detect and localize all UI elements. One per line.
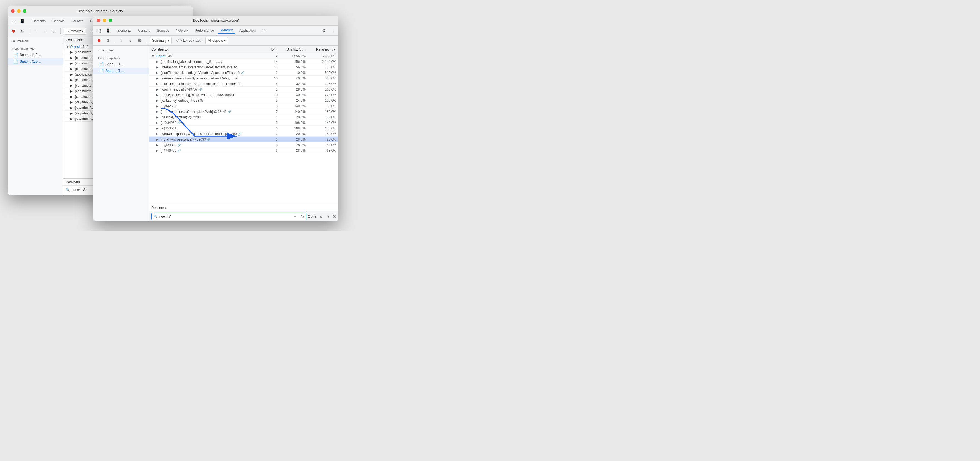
objects-dropdown-2[interactable]: All objects ▾ bbox=[205, 37, 228, 44]
expand-arrow-1[interactable]: ▼ bbox=[66, 45, 69, 49]
inspect-icon[interactable]: ⬚ bbox=[10, 18, 17, 24]
data-row-4: ▶{element, timeToFirstByte, resourceLoad… bbox=[149, 76, 338, 81]
row-c-11: ▶{passive, capture} @62293 bbox=[151, 115, 267, 119]
window-body-2: ⬚ 📱 Elements Console Sources Network Per… bbox=[94, 25, 338, 221]
tab-performance-2[interactable]: Performance bbox=[192, 27, 217, 33]
row-sh-15: 28 0% bbox=[278, 138, 305, 141]
window-controls-1[interactable] bbox=[11, 9, 26, 13]
tab-more-2[interactable]: >> bbox=[259, 27, 269, 33]
data-row-5: ▶{startTime, processingStart, processing… bbox=[149, 81, 338, 87]
device-icon[interactable]: 📱 bbox=[19, 18, 25, 24]
search-prev-btn[interactable]: ∧ bbox=[318, 214, 324, 219]
devtools-icons-left-2: ⬚ 📱 bbox=[96, 27, 111, 34]
search-aa-btn[interactable]: Aa bbox=[301, 215, 304, 218]
tab-console-2[interactable]: Console bbox=[135, 27, 153, 33]
summary-dropdown-1[interactable]: Summary ▾ bbox=[64, 27, 86, 35]
row-di-10: 7 bbox=[267, 110, 278, 114]
row-di-3: 2 bbox=[267, 71, 278, 75]
tab-sources-2[interactable]: Sources bbox=[154, 27, 172, 33]
tab-sources-1[interactable]: Sources bbox=[68, 18, 86, 24]
window-controls-2[interactable] bbox=[97, 19, 112, 22]
tab-network-2[interactable]: Network bbox=[173, 27, 191, 33]
collect-btn-2[interactable]: ⊞ bbox=[136, 37, 143, 44]
tab-elements-1[interactable]: Elements bbox=[29, 18, 48, 24]
clear-btn-1[interactable]: ⊘ bbox=[19, 28, 25, 35]
snapshot-item-1b[interactable]: 📄 Snap… (1.6… bbox=[8, 58, 63, 65]
record-btn-2[interactable]: ⏺ bbox=[96, 37, 102, 44]
row-di-9: 5 bbox=[267, 104, 278, 108]
maximize-button-1[interactable] bbox=[23, 9, 26, 13]
search-close-btn[interactable]: ✕ bbox=[332, 214, 336, 219]
search-input-2[interactable] bbox=[151, 213, 306, 220]
record-btn-1[interactable]: ⏺ bbox=[10, 28, 17, 35]
filter-btn-2[interactable]: ⚇ Filter by class bbox=[174, 37, 203, 44]
tab-console-1[interactable]: Console bbox=[49, 18, 67, 24]
object-count-1: ×140 bbox=[81, 45, 89, 49]
data-row-13: ▶{} @53541 3 108 0% 148 0% bbox=[149, 125, 338, 131]
snapshot-icon-2a: 📄 bbox=[99, 62, 104, 67]
row-di-2: 11 bbox=[267, 65, 278, 69]
more-icon-2[interactable]: ⋮ bbox=[329, 27, 336, 34]
download-btn-1[interactable]: ↓ bbox=[41, 28, 48, 35]
tab-application-2[interactable]: Application bbox=[237, 27, 258, 33]
inspect-icon-2[interactable]: ⬚ bbox=[96, 27, 102, 34]
row-rt-10: 180 0% bbox=[305, 110, 336, 114]
collect-btn-1[interactable]: ⊞ bbox=[50, 28, 57, 35]
snapshot-item-1a[interactable]: 📄 Snap… (1.6… bbox=[8, 51, 63, 58]
row-di-5: 5 bbox=[267, 82, 278, 86]
devtools-icons-right-2: ⚙ ⋮ bbox=[321, 27, 336, 34]
snapshot-item-2a[interactable]: 📄 Snap… (1… bbox=[94, 61, 149, 68]
snapshot-item-2b[interactable]: 📄 Snap… (1… bbox=[94, 68, 149, 74]
maximize-button-2[interactable] bbox=[108, 19, 112, 22]
device-icon-2[interactable]: 📱 bbox=[105, 27, 111, 34]
row-di-17: 3 bbox=[267, 149, 278, 152]
close-button-2[interactable] bbox=[97, 19, 100, 22]
upload-btn-1[interactable]: ↑ bbox=[33, 28, 39, 35]
col-constructor-2: Constructor bbox=[151, 48, 267, 51]
minimize-button-1[interactable] bbox=[17, 9, 21, 13]
snapshot-icon-1b: 📄 bbox=[13, 59, 18, 63]
row-di-11: 4 bbox=[267, 115, 278, 119]
search-clear-btn[interactable]: ✕ bbox=[294, 214, 296, 219]
snapshot-label-2a: Snap… (1… bbox=[105, 62, 124, 66]
data-row-8: ▶{id, latency, entries} @62345 5 24 0% 1… bbox=[149, 98, 338, 103]
devtools-icons-left-1: ⬚ 📱 bbox=[10, 18, 25, 24]
data-row-3: ▶{loadTimes, csi, send, getVariableValue… bbox=[149, 70, 338, 76]
row-c-8: ▶{id, latency, entries} @62345 bbox=[151, 99, 267, 103]
objects-arrow-2: ▾ bbox=[224, 39, 226, 43]
tab-elements-2[interactable]: Elements bbox=[115, 27, 134, 33]
search-next-btn[interactable]: ∨ bbox=[325, 214, 331, 219]
row-rt-3: 512 0% bbox=[305, 71, 336, 75]
row-di-4: 10 bbox=[267, 76, 278, 80]
obj-di: 2 bbox=[267, 54, 278, 58]
upload-btn-2[interactable]: ↑ bbox=[118, 37, 125, 44]
titlebar-1: DevTools - chrome://version/ bbox=[8, 6, 193, 16]
row-sh-9: 140 0% bbox=[278, 104, 305, 108]
summary-dropdown-2[interactable]: Summary ▾ bbox=[150, 37, 172, 44]
data-row-1: ▶{application_label, cl, command_line, .… bbox=[149, 59, 338, 65]
expand-arrow-2[interactable]: ▼ bbox=[151, 54, 155, 58]
table-body-2[interactable]: ▼ Object ×45 2 1 556 0% 6 616 0% ▶{appli… bbox=[149, 53, 338, 204]
settings-icon-2[interactable]: ⚙ bbox=[321, 27, 327, 34]
heap-section-title-1: Heap snapshots bbox=[8, 44, 63, 51]
snapshot-label-2b: Snap… (1… bbox=[105, 69, 124, 73]
download-btn-2[interactable]: ↓ bbox=[127, 37, 134, 44]
tab-memory-2[interactable]: Memory bbox=[218, 27, 235, 34]
retainers-section-2: Retainers bbox=[149, 204, 338, 211]
row-sh-1: 156 0% bbox=[278, 60, 305, 63]
clear-btn-2[interactable]: ⊘ bbox=[105, 37, 111, 44]
titlebar-2: DevTools - chrome://version/ bbox=[94, 16, 338, 25]
row-sh-12: 108 0% bbox=[278, 121, 305, 125]
minimize-button-2[interactable] bbox=[103, 19, 106, 22]
snapshot-label-1a: Snap… (1.6… bbox=[20, 53, 41, 57]
row-rt-13: 148 0% bbox=[305, 127, 336, 130]
retainers-title-2: Retainers bbox=[149, 204, 338, 211]
profiles-label-2: Profiles bbox=[102, 49, 113, 52]
sidebar-adjust-icon: ⚌ bbox=[12, 39, 15, 43]
search-count: 2 of 2 bbox=[308, 214, 317, 219]
filter-icon-1: ⚇ bbox=[91, 29, 94, 33]
row-rt-9: 180 0% bbox=[305, 104, 336, 108]
row-di-1: 14 bbox=[267, 60, 278, 63]
row-sh-7: 40 0% bbox=[278, 93, 305, 97]
close-button-1[interactable] bbox=[11, 9, 15, 13]
